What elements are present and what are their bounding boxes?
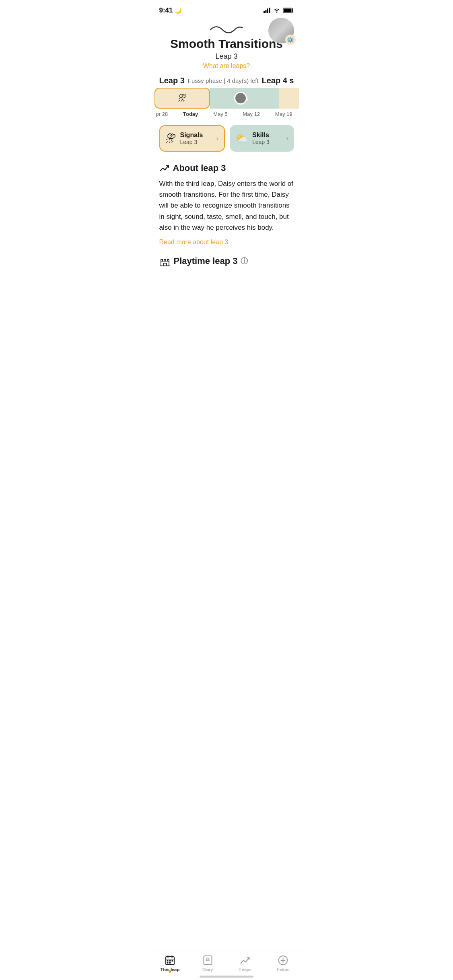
svg-rect-0: [264, 11, 265, 13]
leap-subtitle: Leap 3: [215, 52, 237, 61]
status-icons: [264, 8, 294, 13]
timeline-segment-leap4: [279, 88, 299, 109]
about-section: About leap 3 With the third leap, Daisy …: [151, 152, 302, 246]
signal-icon: [264, 8, 271, 13]
skills-card-text: Skills Leap 3: [252, 132, 282, 145]
avatar-container: ⚙️: [268, 18, 294, 43]
signals-card-icon: ⛈: [166, 132, 176, 145]
wifi-icon: [273, 8, 280, 13]
date-may19: May 19: [275, 111, 292, 117]
skills-card-title: Skills: [252, 132, 282, 139]
date-today: Today: [183, 111, 198, 117]
svg-rect-7: [161, 261, 169, 266]
date-apr28: pr 28: [156, 111, 168, 117]
leap3-label: Leap 3: [159, 76, 185, 85]
moon-icon: 🌙: [175, 7, 181, 14]
header: ⚙️ Smooth Transitions Leap 3 What are le…: [151, 18, 302, 76]
skills-card-icon: ⛅: [235, 132, 248, 145]
status-bar: 9:41 🌙: [151, 0, 302, 18]
signals-card[interactable]: ⛈ Signals Leap 3 ›: [159, 125, 225, 152]
read-more-link[interactable]: Read more about leap 3: [159, 239, 294, 246]
signals-card-arrow: ›: [216, 135, 218, 142]
page-title: Smooth Transitions: [170, 37, 283, 51]
svg-rect-10: [167, 259, 169, 261]
signals-card-text: Signals Leap 3: [180, 132, 212, 145]
what-are-leaps-link[interactable]: What are leaps?: [203, 62, 250, 70]
playtime-icon: [159, 255, 171, 267]
about-body: With the third leap, Daisy enters the wo…: [159, 178, 294, 233]
date-may12: May 12: [243, 111, 260, 117]
playtime-section: Playtime leap 3 ⓘ: [151, 255, 302, 275]
timeline-segment-leap3-fussy[interactable]: ⛈: [154, 88, 210, 109]
timeline-progress-dot: [234, 92, 247, 105]
storm-icon: ⛈: [178, 93, 187, 103]
signals-card-title: Signals: [180, 132, 212, 139]
settings-button[interactable]: ⚙️: [285, 35, 296, 45]
skills-card[interactable]: ⛅ Skills Leap 3 ›: [230, 125, 294, 152]
trending-up-icon: [159, 164, 170, 173]
leap4-label: Leap 4 s: [262, 76, 294, 85]
svg-rect-3: [269, 8, 270, 13]
skills-card-arrow: ›: [286, 135, 288, 142]
svg-rect-9: [164, 259, 166, 261]
timeline-dates: pr 28 Today May 5 May 12 May 19: [154, 109, 299, 117]
cards-section: ⛈ Signals Leap 3 › ⛅ Skills Leap 3 ›: [151, 117, 302, 152]
timeline-bar: ⛈ ⛅: [154, 88, 299, 109]
svg-rect-1: [265, 10, 266, 13]
svg-rect-11: [163, 263, 167, 266]
playtime-title: Playtime leap 3 ⓘ: [159, 255, 294, 267]
date-may5: May 5: [213, 111, 227, 117]
svg-rect-8: [161, 259, 163, 261]
battery-icon: [283, 8, 294, 13]
timeline-header: Leap 3 Fussy phase | 4 day(s) left Leap …: [151, 76, 302, 85]
playtime-title-text: Playtime leap 3: [174, 256, 238, 266]
about-title: About leap 3: [159, 163, 294, 173]
playtime-info-icon[interactable]: ⓘ: [241, 256, 248, 266]
about-title-text: About leap 3: [173, 163, 226, 173]
signals-card-leap: Leap 3: [180, 139, 212, 145]
svg-rect-6: [283, 9, 291, 12]
svg-rect-2: [267, 8, 268, 13]
skills-card-leap: Leap 3: [252, 139, 282, 145]
fussy-phase-label: Fussy phase | 4 day(s) left: [188, 77, 259, 84]
timeline-bar-wrapper: ⛈ ⛅ pr 28 Today May 5 May 12 May 19: [151, 88, 302, 117]
timeline-section: Leap 3 Fussy phase | 4 day(s) left Leap …: [151, 76, 302, 117]
status-time: 9:41: [159, 6, 173, 14]
wave-icon: [208, 22, 245, 34]
svg-point-4: [276, 12, 277, 13]
